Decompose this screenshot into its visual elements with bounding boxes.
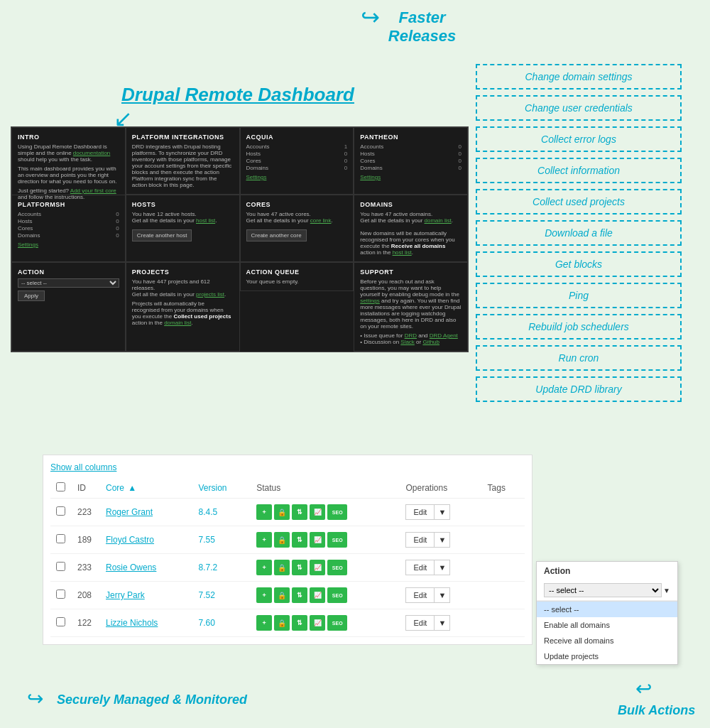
action-option-0[interactable]: -- select -- [537, 602, 677, 617]
status-icon-seo-1[interactable]: SEO [327, 532, 347, 548]
action-select[interactable]: -- select -- [18, 278, 119, 288]
show-all-columns-link[interactable]: Show all columns [50, 462, 525, 472]
row-version-1: 7.55 [192, 526, 251, 554]
row-name-3[interactable]: Jerry Park [100, 582, 192, 609]
status-icon-add-3[interactable]: + [256, 587, 272, 603]
row-name-0[interactable]: Roger Grant [100, 499, 192, 526]
create-host-button[interactable]: Create another host [132, 229, 192, 241]
status-icon-lock-0[interactable]: 🔒 [274, 504, 290, 520]
acquia-title: ACQUIA [246, 134, 348, 141]
acquia-cores: Cores0 [246, 158, 348, 164]
status-icon-chart-4[interactable]: 📈 [310, 615, 325, 631]
action-btn-8[interactable]: Rebuild job schedulers [476, 314, 682, 339]
status-icon-seo-4[interactable]: SEO [327, 615, 347, 631]
status-icon-arrows-2[interactable]: ⇅ [292, 560, 307, 575]
action-btn-10[interactable]: Update DRD library [476, 376, 682, 402]
row-checkbox-2[interactable] [56, 562, 65, 571]
select-all-checkbox[interactable] [56, 482, 65, 491]
action-btn-1[interactable]: Change user credentials [476, 95, 682, 121]
action-btn-4[interactable]: Collect used projects [476, 189, 682, 214]
status-icon-add-4[interactable]: + [256, 615, 272, 631]
status-icon-chart-3[interactable]: 📈 [310, 587, 325, 603]
status-icon-arrows-3[interactable]: ⇅ [292, 587, 307, 603]
row-version-0: 8.4.5 [192, 499, 251, 526]
pantheon-cell: PANTHEON Accounts0 Hosts0 Cores0 Domains… [354, 127, 468, 195]
edit-button-0[interactable]: Edit [405, 504, 435, 520]
status-icon-arrows-1[interactable]: ⇅ [292, 532, 307, 548]
status-icon-add-0[interactable]: + [256, 504, 272, 520]
platformsh-cores: Cores0 [18, 225, 119, 232]
create-core-button[interactable]: Create another core [246, 229, 307, 241]
status-icon-chart-2[interactable]: 📈 [310, 560, 325, 575]
status-icon-chart-1[interactable]: 📈 [310, 532, 325, 548]
action-option-1[interactable]: Enable all domains [537, 617, 677, 633]
status-icon-chart-0[interactable]: 📈 [310, 504, 325, 520]
edit-dropdown-2[interactable]: ▼ [435, 560, 450, 575]
status-icon-lock-1[interactable]: 🔒 [274, 532, 290, 548]
status-icon-add-1[interactable]: + [256, 532, 272, 548]
apply-button[interactable]: Apply [18, 290, 45, 301]
status-icon-lock-3[interactable]: 🔒 [274, 587, 290, 603]
action-panel-dropdown-arrow: ▼ [663, 587, 670, 594]
hosts-title: HOSTS [132, 201, 234, 208]
action-option-2[interactable]: Receive all domains [537, 633, 677, 648]
row-name-2[interactable]: Rosie Owens [100, 554, 192, 582]
status-icon-add-2[interactable]: + [256, 560, 272, 575]
action-btn-9[interactable]: Run cron [476, 345, 682, 371]
table-section: Show all columns ID Core ▲ Version Statu… [43, 455, 532, 645]
acquia-hosts: Hosts0 [246, 151, 348, 157]
row-name-1[interactable]: Floyd Castro [100, 526, 192, 554]
platformsh-settings-link[interactable]: Settings [18, 241, 119, 248]
platformsh-domains: Domains0 [18, 232, 119, 239]
edit-button-1[interactable]: Edit [405, 532, 435, 548]
row-ops-4: Edit ▼ [400, 609, 481, 637]
status-icon-seo-3[interactable]: SEO [327, 587, 347, 603]
action-queue-cell: ACTION QUEUE Your queue is empty. [240, 262, 354, 291]
th-version[interactable]: Version [192, 478, 251, 499]
action-panel-select[interactable]: -- select -- [544, 583, 662, 597]
row-tags-3 [482, 582, 525, 609]
status-icon-seo-0[interactable]: SEO [327, 504, 347, 520]
pantheon-settings-link[interactable]: Settings [360, 174, 462, 180]
action-btn-5[interactable]: Download a file [476, 220, 682, 246]
edit-button-4[interactable]: Edit [405, 615, 435, 631]
action-option-3[interactable]: Update projects [537, 648, 677, 664]
support-title: SUPPORT [360, 268, 462, 276]
intro-text1: Using Drupal Remote Dashboard is simple … [18, 143, 119, 163]
th-core[interactable]: Core ▲ [100, 478, 192, 499]
projects-text2: Projects will automatically be recognise… [132, 300, 234, 326]
table-row: 223 Roger Grant 8.4.5 + 🔒 ⇅ 📈 SEO Edit ▼ [50, 499, 525, 526]
action-btn-6[interactable]: Get blocks [476, 251, 682, 277]
row-checkbox-3[interactable] [56, 590, 65, 599]
edit-button-3[interactable]: Edit [405, 587, 435, 603]
edit-dropdown-0[interactable]: ▼ [435, 504, 450, 520]
edit-button-2[interactable]: Edit [405, 560, 435, 575]
domains-text: You have 47 active domains.Get all the d… [360, 211, 462, 256]
row-checkbox-4[interactable] [56, 617, 65, 626]
th-id: ID [72, 478, 100, 499]
status-icon-seo-2[interactable]: SEO [327, 560, 347, 575]
domains-title: DOMAINS [360, 201, 462, 208]
support-cell: SUPPORT Before you reach out and ask que… [354, 262, 468, 352]
action-btn-2[interactable]: Collect error logs [476, 126, 682, 152]
support-links: • Issue queue for DRD and DRD Agent• Dis… [360, 332, 462, 345]
bulk-label: Bulk Actions [618, 703, 695, 718]
status-icon-lock-2[interactable]: 🔒 [274, 560, 290, 575]
action-btn-3[interactable]: Collect information [476, 158, 682, 183]
row-checkbox-1[interactable] [56, 534, 65, 543]
row-version-2: 8.7.2 [192, 554, 251, 582]
action-btn-0[interactable]: Change domain settings [476, 64, 682, 89]
platformsh-accounts: Accounts0 [18, 211, 119, 217]
edit-dropdown-3[interactable]: ▼ [435, 587, 450, 603]
edit-dropdown-4[interactable]: ▼ [435, 615, 450, 631]
acquia-settings-link[interactable]: Settings [246, 174, 348, 180]
status-icon-arrows-0[interactable]: ⇅ [292, 504, 307, 520]
status-icon-lock-4[interactable]: 🔒 [274, 615, 290, 631]
action-btn-7[interactable]: Ping [476, 283, 682, 308]
edit-dropdown-1[interactable]: ▼ [435, 532, 450, 548]
row-name-4[interactable]: Lizzie Nichols [100, 609, 192, 637]
row-id-1: 189 [72, 526, 100, 554]
row-checkbox-0[interactable] [56, 506, 65, 516]
status-icon-arrows-4[interactable]: ⇅ [292, 615, 307, 631]
action-panel-options: -- select -- Enable all domains Receive … [537, 601, 677, 664]
